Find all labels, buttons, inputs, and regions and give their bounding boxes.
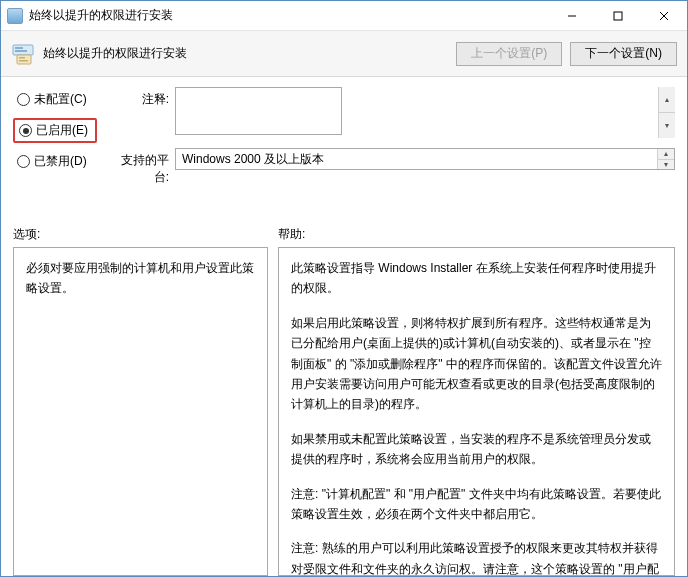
- platform-value: Windows 2000 及以上版本: [182, 151, 324, 168]
- options-text: 必须对要应用强制的计算机和用户设置此策略设置。: [26, 261, 254, 295]
- app-icon: [7, 8, 23, 24]
- header-title: 始终以提升的权限进行安装: [43, 45, 448, 62]
- close-button[interactable]: [641, 1, 687, 30]
- platform-row: 支持的平台: Windows 2000 及以上版本 ▴ ▾: [107, 148, 675, 186]
- platform-label: 支持的平台:: [107, 148, 169, 186]
- options-label: 选项:: [13, 226, 278, 243]
- help-paragraph: 如果启用此策略设置，则将特权扩展到所有程序。这些特权通常是为已分配给用户(桌面上…: [291, 313, 662, 415]
- svg-line-3: [660, 12, 668, 20]
- header-row: 始终以提升的权限进行安装 上一个设置(P) 下一个设置(N): [1, 31, 687, 77]
- platform-scrollbar[interactable]: ▴ ▾: [657, 149, 674, 169]
- radio-enabled[interactable]: 已启用(E): [13, 118, 97, 143]
- gpo-editor-window: 始终以提升的权限进行安装 始终以提升的权限进行安装: [0, 0, 688, 577]
- comment-scrollbar[interactable]: ▴ ▾: [658, 87, 675, 138]
- radio-label: 未配置(C): [34, 91, 87, 108]
- scroll-down-icon: ▾: [658, 160, 674, 170]
- help-paragraph: 如果禁用或未配置此策略设置，当安装的程序不是系统管理员分发或提供的程序时，系统将…: [291, 429, 662, 470]
- comment-label: 注释:: [107, 87, 169, 108]
- svg-rect-9: [19, 60, 28, 62]
- svg-rect-1: [614, 12, 622, 20]
- svg-line-2: [660, 12, 668, 20]
- svg-rect-5: [15, 47, 23, 49]
- options-pane: 必须对要应用强制的计算机和用户设置此策略设置。: [13, 247, 268, 576]
- radio-label: 已禁用(D): [34, 153, 87, 170]
- scroll-up-icon: ▴: [658, 149, 674, 160]
- radio-label: 已启用(E): [36, 122, 88, 139]
- window-title: 始终以提升的权限进行安装: [29, 7, 549, 24]
- help-paragraph: 此策略设置指导 Windows Installer 在系统上安装任何程序时使用提…: [291, 258, 662, 299]
- radio-not-configured[interactable]: 未配置(C): [13, 89, 97, 110]
- next-setting-button[interactable]: 下一个设置(N): [570, 42, 677, 66]
- previous-setting-button[interactable]: 上一个设置(P): [456, 42, 562, 66]
- scroll-down-icon: ▾: [659, 113, 675, 138]
- policy-icon: [11, 42, 35, 66]
- radio-icon: [19, 124, 32, 137]
- state-radio-group: 未配置(C) 已启用(E) 已禁用(D): [13, 87, 97, 186]
- comment-row: 注释: ▴ ▾: [107, 87, 675, 138]
- minimize-button[interactable]: [549, 1, 595, 30]
- pane-labels: 选项: 帮助:: [1, 222, 687, 247]
- help-paragraph: 注意: 熟练的用户可以利用此策略设置授予的权限来更改其特权并获得对受限文件和文件…: [291, 538, 662, 576]
- radio-disabled[interactable]: 已禁用(D): [13, 151, 97, 172]
- radio-icon: [17, 93, 30, 106]
- window-controls: [549, 1, 687, 30]
- svg-rect-8: [19, 57, 25, 59]
- supported-platform-box: Windows 2000 及以上版本 ▴ ▾: [175, 148, 675, 170]
- comment-input[interactable]: [175, 87, 342, 135]
- help-paragraph: 注意: "计算机配置" 和 "用户配置" 文件夹中均有此策略设置。若要使此策略设…: [291, 484, 662, 525]
- help-label: 帮助:: [278, 226, 675, 243]
- radio-icon: [17, 155, 30, 168]
- svg-rect-6: [15, 50, 27, 52]
- panes-container: 必须对要应用强制的计算机和用户设置此策略设置。 此策略设置指导 Windows …: [1, 247, 687, 576]
- config-area: 未配置(C) 已启用(E) 已禁用(D) 注释: ▴ ▾: [1, 77, 687, 192]
- help-pane[interactable]: 此策略设置指导 Windows Installer 在系统上安装任何程序时使用提…: [278, 247, 675, 576]
- maximize-button[interactable]: [595, 1, 641, 30]
- titlebar: 始终以提升的权限进行安装: [1, 1, 687, 31]
- scroll-up-icon: ▴: [659, 87, 675, 113]
- svg-rect-7: [17, 55, 31, 64]
